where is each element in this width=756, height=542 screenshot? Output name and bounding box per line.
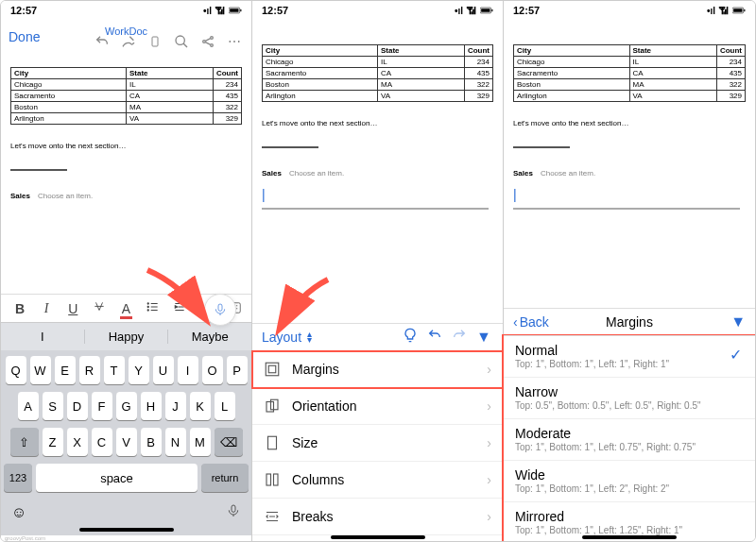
margin-option-narrow[interactable]: Narrow Top: 0.5", Bottom: 0.5", Left: 0.… [504,378,755,419]
svg-rect-20 [271,399,279,410]
data-table[interactable]: CityStateCount ChicagoIL234 SacramentoCA… [262,44,493,102]
search-icon[interactable] [172,32,191,51]
layout-tab[interactable]: Layout [262,330,301,345]
orientation-icon [264,398,281,415]
margins-icon [264,361,281,378]
chevron-right-icon: › [487,362,491,377]
document-area[interactable]: CityStateCount ChicagoIL234 SacramentoCA… [252,20,503,323]
margin-option-wide[interactable]: Wide Top: 1", Bottom: 1", Left: 2", Righ… [504,461,755,502]
strike-button[interactable] [88,300,111,316]
svg-rect-2 [240,9,241,11]
panel-editor: 12:57 •ıl 📶︎ Done WorkDoc ⋯ CityStateCou… [1,1,252,541]
submenu-title: Margins [606,314,653,330]
emoji-icon[interactable]: ☺ [11,504,26,521]
svg-point-5 [203,41,206,43]
collapse-icon[interactable]: ▼ [730,313,746,330]
more-icon[interactable]: ⋯ [225,32,244,51]
doc-title: WorkDoc [105,25,147,37]
body-text: Let's move onto the next section… [10,142,242,150]
ios-keyboard: QWERTYUIOP ASDFGHJKL ⇧ ZXCVBNM ⌫ 123 spa… [1,350,251,535]
svg-rect-13 [232,505,235,512]
panel-layout-menu: 12:57 •ıl📶︎ CityStateCount ChicagoIL234 … [252,1,504,541]
key[interactable]: Q [6,356,26,384]
svg-point-7 [211,44,214,47]
bold-button[interactable]: B [9,301,31,316]
table-row: ChicagoIL234 [11,79,242,91]
svg-point-11 [147,310,148,311]
menu-columns[interactable]: Columns › [252,462,503,499]
suggestion[interactable]: Happy [85,330,169,344]
status-time: 12:57 [10,5,37,16]
collapse-icon[interactable]: ▼ [474,329,493,346]
menu-orientation[interactable]: Orientation › [252,388,503,425]
menu-size[interactable]: Size › [252,425,503,462]
app-header: Done WorkDoc ⋯ [1,20,251,54]
menu-margins[interactable]: Margins › [252,351,503,388]
svg-rect-26 [744,9,745,11]
svg-rect-18 [268,365,276,373]
suggestion[interactable]: I [1,330,85,344]
dictate-button[interactable] [204,294,236,326]
svg-rect-19 [266,402,274,413]
svg-rect-3 [152,37,158,46]
margin-option-moderate[interactable]: Moderate Top: 1", Bottom: 1", Left: 0.75… [504,419,755,461]
text-cursor: | [262,187,493,202]
undo-icon[interactable] [425,328,444,347]
svg-point-6 [211,37,214,40]
list-button[interactable] [142,300,164,316]
breaks-icon [264,508,281,525]
watermark: groovyPost.com [1,535,251,541]
svg-point-4 [176,36,184,44]
back-button[interactable]: ‹ Back [513,314,549,330]
table-row: BostonMA322 [11,102,242,113]
svg-rect-17 [266,363,279,376]
suggestion[interactable]: Maybe [168,330,251,344]
underline-button[interactable]: U [61,301,84,316]
svg-point-10 [147,306,148,307]
ribbon-tab-bar: Layout ▴▾ ▼ [252,323,503,351]
return-key[interactable]: return [201,464,249,492]
mobile-icon[interactable] [146,32,164,51]
margin-option-normal[interactable]: Normal Top: 1", Bottom: 1", Left: 1", Ri… [504,336,755,378]
layout-menu: Margins › Orientation › Size › Columns ›… [252,351,503,535]
check-icon: ✓ [730,346,742,364]
done-button[interactable]: Done [9,29,40,44]
panel-margins-menu: 12:57 •ıl📶︎ CityStateCount ChicagoIL234 … [504,1,755,541]
document-area[interactable]: CityStateCount ChicagoIL234 SacramentoCA… [504,20,755,308]
space-key[interactable]: space [36,464,198,492]
svg-rect-8 [218,304,222,311]
svg-rect-16 [491,9,492,11]
svg-rect-23 [274,474,279,485]
delete-key[interactable]: ⌫ [215,428,243,456]
margins-options: Normal Top: 1", Bottom: 1", Left: 1", Ri… [504,336,755,542]
svg-rect-22 [266,474,271,485]
shift-key[interactable]: ⇧ [10,428,39,456]
mic-icon[interactable] [226,503,241,522]
table-row: SacramentoCA435 [11,91,242,102]
tellme-icon[interactable] [401,328,420,347]
home-indicator [79,528,174,532]
italic-button[interactable]: I [35,301,58,316]
highlight-button[interactable]: A [114,301,137,316]
svg-rect-21 [268,436,277,449]
svg-point-9 [147,303,148,304]
menu-breaks[interactable]: Breaks › [252,499,503,535]
status-icons: •ıl 📶︎ [203,6,242,16]
status-bar: 12:57 •ıl 📶︎ [1,1,251,20]
columns-icon [264,471,281,488]
document-area[interactable]: CityStateCount ChicagoIL234 SacramentoCA… [1,54,251,294]
submenu-header: ‹ Back Margins ▼ [504,308,755,336]
content-control[interactable]: Sales Choose an item. [10,192,242,200]
num-key[interactable]: 123 [4,464,32,492]
svg-rect-15 [481,8,490,12]
suggestion-bar: I Happy Maybe [1,322,251,350]
share-icon[interactable] [198,32,217,51]
table-row: ArlingtonVA329 [11,113,242,125]
tab-switcher-icon[interactable]: ▴▾ [307,331,312,343]
svg-rect-1 [230,8,238,12]
redo-icon[interactable] [450,328,469,347]
indent-button[interactable] [168,300,191,316]
data-table[interactable]: CityStateCount ChicagoIL234 SacramentoCA… [10,67,242,125]
svg-rect-25 [733,8,742,12]
size-icon [264,434,281,451]
